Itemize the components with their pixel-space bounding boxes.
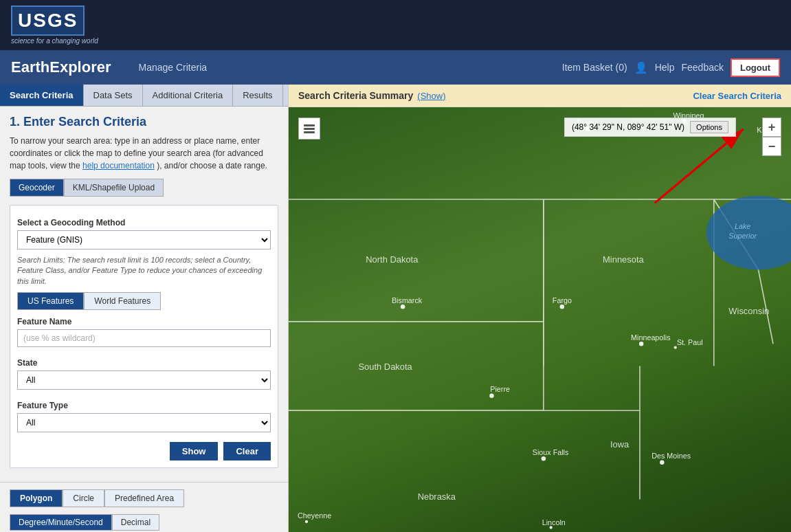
map-svg: Lake Superior Brandon Winnipeg Kenora No… bbox=[289, 85, 791, 532]
usgs-logo: USGS science for a changing world bbox=[11, 5, 98, 45]
state-select[interactable]: All bbox=[17, 370, 271, 390]
svg-text:Des Moines: Des Moines bbox=[651, 452, 691, 460]
svg-text:Lake: Lake bbox=[735, 222, 750, 230]
svg-point-42 bbox=[305, 520, 308, 523]
svg-text:Pierre: Pierre bbox=[490, 385, 510, 393]
svg-text:Wisconsin: Wisconsin bbox=[728, 306, 769, 316]
clear-search-btn[interactable]: Clear Search Criteria bbox=[693, 91, 781, 101]
svg-text:Bismarck: Bismarck bbox=[392, 296, 423, 304]
desc-text-2: ), and/or choose a date range. bbox=[157, 161, 267, 170]
map-header-title: Search Criteria Summary bbox=[298, 90, 413, 101]
svg-text:Lincoln: Lincoln bbox=[542, 518, 566, 527]
svg-line-46 bbox=[655, 129, 744, 203]
section-title: 1. Enter Search Criteria bbox=[10, 115, 278, 129]
area-sub-panel: Polygon Circle Predefined Area Degree/Mi… bbox=[0, 482, 288, 532]
map-header: Search Criteria Summary (Show) Clear Sea… bbox=[289, 85, 791, 107]
nav-right: Item Basket (0) 👤 Help Feedback Logout bbox=[562, 58, 780, 77]
circle-tab[interactable]: Circle bbox=[63, 489, 104, 507]
panel-content: 1. Enter Search Criteria To narrow your … bbox=[0, 107, 288, 482]
geocoding-method-select[interactable]: Feature (GNIS) bbox=[17, 230, 271, 250]
world-features-btn[interactable]: World Features bbox=[84, 292, 161, 310]
svg-rect-50 bbox=[304, 131, 315, 133]
svg-point-23 bbox=[401, 304, 405, 309]
us-features-btn[interactable]: US Features bbox=[17, 292, 84, 310]
svg-point-36 bbox=[542, 456, 546, 461]
map-panel[interactable]: Lake Superior Brandon Winnipeg Kenora No… bbox=[289, 85, 791, 532]
app-name: EarthExplorer bbox=[11, 58, 111, 76]
feature-toggles: US Features World Features bbox=[17, 292, 271, 310]
help-link[interactable]: Help bbox=[655, 62, 675, 73]
geocoder-tabs: Geocoder KML/Shapefile Upload bbox=[10, 179, 278, 197]
svg-text:Iowa: Iowa bbox=[610, 439, 630, 450]
geocoder-tab-btn[interactable]: Geocoder bbox=[10, 179, 64, 197]
tab-additional-criteria[interactable]: Additional Criteria bbox=[143, 85, 234, 106]
usgs-tagline: science for a changing world bbox=[11, 37, 98, 45]
polygon-tab[interactable]: Polygon bbox=[10, 489, 63, 507]
svg-text:Superior: Superior bbox=[728, 232, 757, 240]
svg-point-31 bbox=[639, 342, 643, 346]
svg-point-25 bbox=[560, 304, 564, 309]
feature-type-select[interactable]: All bbox=[17, 413, 271, 432]
action-buttons: Show Clear bbox=[17, 442, 271, 461]
decimal-tab[interactable]: Decimal bbox=[112, 514, 159, 531]
show-button[interactable]: Show bbox=[170, 442, 219, 461]
area-tabs: Polygon Circle Predefined Area bbox=[10, 489, 278, 507]
usgs-logo-box: USGS bbox=[11, 5, 85, 36]
tab-search-criteria[interactable]: Search Criteria bbox=[0, 85, 84, 106]
options-button[interactable]: Options bbox=[690, 121, 728, 133]
state-label: State bbox=[17, 358, 271, 368]
item-basket-link[interactable]: Item Basket (0) bbox=[562, 62, 627, 73]
svg-text:Fargo: Fargo bbox=[553, 296, 572, 304]
svg-text:Sioux Falls: Sioux Falls bbox=[533, 448, 569, 456]
predefined-area-tab[interactable]: Predefined Area bbox=[104, 489, 184, 507]
layer-toggle-btn[interactable] bbox=[298, 118, 320, 140]
feature-type-label: Feature Type bbox=[17, 401, 271, 410]
manage-criteria-link[interactable]: Manage Criteria bbox=[132, 62, 214, 73]
svg-text:Minneapolis: Minneapolis bbox=[631, 333, 670, 342]
tab-data-sets[interactable]: Data Sets bbox=[84, 85, 143, 106]
degree-minute-second-tab[interactable]: Degree/Minute/Second bbox=[10, 514, 112, 531]
feature-name-label: Feature Name bbox=[17, 317, 271, 326]
top-header: USGS science for a changing world bbox=[0, 0, 791, 50]
tab-results[interactable]: Results bbox=[233, 85, 282, 106]
coord-tabs: Degree/Minute/Second Decimal bbox=[10, 514, 278, 531]
zoom-in-btn[interactable]: + bbox=[762, 118, 781, 137]
svg-text:Cheyenne: Cheyenne bbox=[298, 511, 331, 520]
help-doc-link[interactable]: help documentation bbox=[82, 161, 155, 170]
kml-tab-btn[interactable]: KML/Shapefile Upload bbox=[64, 179, 164, 197]
left-panel: Search Criteria Data Sets Additional Cri… bbox=[0, 85, 289, 532]
user-icon: 👤 bbox=[634, 61, 648, 74]
svg-rect-49 bbox=[304, 128, 315, 130]
logout-button[interactable]: Logout bbox=[731, 58, 780, 77]
map-zoom-controls: + − bbox=[762, 118, 781, 156]
svg-text:North Dakota: North Dakota bbox=[366, 254, 419, 265]
zoom-out-btn[interactable]: − bbox=[762, 137, 781, 156]
svg-text:Minnesota: Minnesota bbox=[603, 254, 644, 265]
map-coord-box: (48° 34' 29" N, 089° 42' 51" W) Options bbox=[564, 118, 736, 137]
svg-point-39 bbox=[660, 460, 664, 464]
nav-header: EarthExplorer Manage Criteria Item Baske… bbox=[0, 50, 791, 85]
layers-icon bbox=[302, 122, 316, 135]
search-limits-text: Search Limits: The search result limit i… bbox=[17, 255, 271, 287]
geocoding-method-label: Select a Geocoding Method bbox=[17, 218, 271, 228]
clear-button[interactable]: Clear bbox=[223, 442, 271, 461]
geocoder-fields: Select a Geocoding Method Feature (GNIS)… bbox=[10, 205, 278, 468]
map-coordinates: (48° 34' 29" N, 089° 42' 51" W) bbox=[572, 122, 684, 132]
feedback-link[interactable]: Feedback bbox=[681, 62, 723, 73]
map-show-link[interactable]: (Show) bbox=[417, 91, 445, 101]
section-description: To narrow your search area: type in an a… bbox=[10, 135, 278, 172]
svg-text:St. Paul: St. Paul bbox=[677, 338, 703, 346]
svg-text:South Dakota: South Dakota bbox=[358, 362, 412, 372]
svg-rect-48 bbox=[304, 124, 315, 126]
svg-point-29 bbox=[489, 393, 493, 397]
tab-bar: Search Criteria Data Sets Additional Cri… bbox=[0, 85, 288, 107]
main-layout: Search Criteria Data Sets Additional Cri… bbox=[0, 85, 791, 532]
svg-text:Nebraska: Nebraska bbox=[418, 491, 456, 502]
feature-name-input[interactable] bbox=[17, 329, 271, 347]
